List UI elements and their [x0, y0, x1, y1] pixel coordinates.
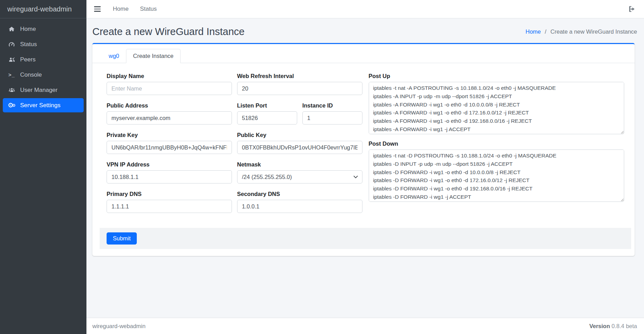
signout-icon [628, 5, 636, 13]
footer-version-label: Version [589, 323, 610, 329]
public-address-input[interactable] [107, 111, 232, 125]
form-scripts-column: Post Up iptables -t nat -A POSTROUTING -… [369, 73, 625, 220]
web-refresh-interval-input[interactable] [237, 82, 362, 95]
netmask-label: Netmask [237, 161, 362, 168]
post-up-label: Post Up [369, 73, 625, 79]
gears-icon: ⚙⚙ [7, 102, 16, 109]
form-footer: Submit [100, 228, 631, 249]
breadcrumb-home-link[interactable]: Home [526, 28, 541, 35]
sidebar-item-label: Server Settings [20, 102, 60, 109]
instance-id-label: Instance ID [302, 102, 362, 109]
sidebar-item-peers[interactable]: Peers [3, 52, 84, 67]
breadcrumb: Home / Create a new WireGuard Instance [526, 28, 637, 35]
sidebar-item-server-settings[interactable]: ⚙⚙ Server Settings [3, 98, 84, 112]
sidebar-item-user-manager[interactable]: User Manager [3, 83, 84, 97]
footer-brand: wireguard-webadmin [92, 323, 145, 329]
primary-dns-input[interactable] [107, 200, 232, 213]
sidebar-item-status[interactable]: Status [3, 37, 84, 51]
users-gear-icon [7, 56, 16, 63]
tab-wg0[interactable]: wg0 [102, 49, 126, 63]
home-icon [7, 26, 16, 32]
menu-bars-icon [94, 6, 101, 7]
public-key-input[interactable] [237, 141, 362, 154]
primary-dns-label: Primary DNS [107, 191, 232, 197]
sidebar-item-label: Console [20, 71, 42, 78]
public-address-label: Public Address [107, 102, 232, 109]
content-header: Create a new WireGuard Instance Home / C… [86, 18, 644, 37]
terminal-icon: >_ [7, 72, 16, 78]
gauge-icon [7, 41, 16, 48]
footer-version-value: 0.8.4 beta [612, 323, 637, 329]
private-key-label: Private Key [107, 132, 232, 138]
post-down-textarea[interactable]: iptables -t nat -D POSTROUTING -s 10.188… [369, 149, 625, 202]
web-refresh-interval-label: Web Refresh Interval [237, 73, 362, 79]
display-name-label: Display Name [107, 73, 232, 79]
sidebar-nav: Home Status Peers >_ Console User Manage… [0, 18, 86, 117]
secondary-dns-label: Secondary DNS [237, 191, 362, 197]
public-key-label: Public Key [237, 132, 362, 138]
sidebar: wireguard-webadmin Home Status Peers >_ … [0, 0, 86, 334]
listen-port-label: Listen Port [237, 102, 297, 109]
secondary-dns-input[interactable] [237, 200, 362, 213]
users-icon [7, 87, 16, 94]
app-brand[interactable]: wireguard-webadmin [0, 0, 86, 18]
breadcrumb-current: Create a new WireGuard Instance [551, 28, 637, 35]
instance-tabs: wg0 Create Instance [92, 44, 635, 63]
vpn-ip-input[interactable] [107, 170, 232, 183]
tab-create-instance[interactable]: Create Instance [126, 49, 180, 63]
sidebar-item-console[interactable]: >_ Console [3, 68, 84, 82]
page-footer: wireguard-webadmin Version 0.8.4 beta [86, 318, 644, 334]
page-title: Create a new WireGuard Instance [92, 26, 244, 37]
instance-card: wg0 Create Instance Display Name Web Ref… [92, 43, 635, 256]
form-fields-column: Display Name Web Refresh Interval Public… [107, 73, 362, 220]
display-name-input[interactable] [107, 82, 232, 95]
submit-button[interactable]: Submit [107, 232, 137, 245]
instance-form: Display Name Web Refresh Interval Public… [92, 63, 635, 220]
footer-version: Version 0.8.4 beta [589, 323, 637, 329]
main-area: Home Status Create a new WireGuard Insta… [86, 0, 644, 334]
breadcrumb-separator: / [545, 28, 546, 35]
sidebar-item-label: User Manager [20, 87, 58, 94]
vpn-ip-label: VPN IP Address [107, 161, 232, 168]
post-down-label: Post Down [369, 140, 625, 147]
netmask-select[interactable]: /24 (255.255.255.0) [237, 170, 362, 183]
signout-button[interactable] [627, 4, 637, 14]
top-navbar: Home Status [86, 0, 644, 18]
instance-id-input[interactable] [302, 111, 362, 125]
navbar-link-status[interactable]: Status [140, 6, 157, 12]
listen-port-input[interactable] [237, 111, 297, 125]
sidebar-item-label: Peers [20, 56, 35, 63]
sidebar-item-label: Status [20, 41, 37, 48]
sidebar-toggle-button[interactable] [93, 4, 101, 14]
private-key-input[interactable] [107, 141, 232, 154]
post-up-textarea[interactable]: iptables -t nat -A POSTROUTING -s 10.188… [369, 82, 625, 134]
navbar-link-home[interactable]: Home [113, 6, 128, 12]
sidebar-item-home[interactable]: Home [3, 22, 84, 36]
sidebar-item-label: Home [20, 26, 36, 33]
